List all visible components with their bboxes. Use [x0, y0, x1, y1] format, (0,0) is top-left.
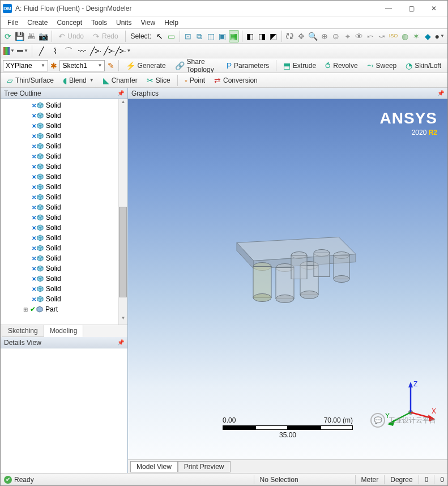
tree-item-solid[interactable]: ✕Solid — [1, 151, 127, 161]
highlight-icon[interactable]: ◩ — [268, 30, 278, 42]
tree-scrollbar[interactable]: ▲ ▼ — [118, 99, 127, 325]
menu-help[interactable]: Help — [160, 18, 183, 28]
tree-item-solid[interactable]: ✕Solid — [1, 223, 127, 233]
tree-item-solid[interactable]: ✕Solid — [1, 253, 127, 263]
point-button[interactable]: ◦Point — [181, 74, 209, 87]
maximize-button[interactable]: ▢ — [400, 1, 423, 16]
tree-item-solid[interactable]: ✕Solid — [1, 161, 127, 172]
wire-icon[interactable]: ✶ — [411, 30, 421, 42]
shade-icon[interactable]: ◍ — [400, 30, 410, 42]
menu-units[interactable]: Units — [112, 18, 136, 28]
filter-edge-icon[interactable]: ⧉ — [194, 30, 204, 42]
tree-item-solid[interactable]: ✕Solid — [1, 212, 127, 223]
extend-icon[interactable]: ◨ — [257, 30, 267, 42]
close-button[interactable]: ✕ — [423, 1, 445, 16]
next-view-icon[interactable]: ⤻ — [377, 30, 387, 42]
undo-button[interactable]: ↶Undo — [54, 30, 88, 42]
generate-button[interactable]: ⚡Generate — [122, 59, 170, 72]
refresh-icon[interactable]: ⟳ — [3, 30, 13, 42]
iso-icon[interactable]: ISO — [388, 30, 398, 42]
save-icon[interactable]: 💾 — [14, 30, 25, 42]
tree-item-solid[interactable]: ✕Solid — [1, 100, 127, 110]
new-plane-icon[interactable]: ✱ — [49, 59, 58, 72]
zoom-sel-icon[interactable]: ⌖ — [342, 30, 352, 42]
dim3-tool-icon[interactable]: ╱>·▼ — [117, 45, 129, 57]
arc-tool-icon[interactable]: ⌒ — [62, 45, 75, 57]
zoom-box-icon[interactable]: 🔍 — [308, 30, 318, 42]
tab-model-view[interactable]: Model View — [130, 461, 178, 472]
pin-icon[interactable]: 📌 — [117, 339, 124, 346]
tree-item-solid[interactable]: ✕Solid — [1, 192, 127, 202]
plane-combo[interactable]: XYPlane▼ — [3, 60, 48, 71]
menu-create[interactable]: Create — [23, 18, 52, 28]
export-icon[interactable]: 🖶 — [26, 30, 36, 42]
tab-sketching[interactable]: Sketching — [2, 325, 44, 337]
thin-surface-button[interactable]: ▱Thin/Surface — [3, 74, 58, 87]
new-sketch-icon[interactable]: ✎ — [106, 59, 115, 72]
line-color-icon[interactable]: ▼ — [16, 45, 29, 57]
tree-item-solid[interactable]: ✕Solid — [1, 172, 127, 182]
color-tool-icon[interactable]: ▼ — [3, 45, 15, 57]
tree-item-solid[interactable]: ✕Solid — [1, 274, 127, 284]
graphics-viewport[interactable]: ANSYS 2020 R2 — [128, 99, 447, 459]
spline-tool-icon[interactable]: 〰 — [76, 45, 88, 57]
filter-face-icon[interactable]: ◫ — [206, 30, 216, 42]
tab-print-preview[interactable]: Print Preview — [178, 461, 231, 472]
menu-concept[interactable]: Concept — [52, 18, 87, 28]
pin-icon[interactable]: 📌 — [117, 90, 124, 96]
tree-item-solid[interactable]: ✕Solid — [1, 131, 127, 141]
chamfer-button[interactable]: ◣Chamfer — [99, 74, 142, 87]
line-tool-icon[interactable]: ╱ — [35, 45, 48, 57]
parameters-button[interactable]: PParameters — [223, 59, 273, 72]
camera-icon[interactable]: 📷 — [38, 30, 49, 42]
tree-item-solid[interactable]: ✕Solid — [1, 233, 127, 243]
tree-item-solid[interactable]: ✕Solid — [1, 294, 127, 304]
pin-icon[interactable]: 📌 — [437, 90, 444, 96]
tree-item-solid[interactable]: ✕Solid — [1, 110, 127, 121]
slice-button[interactable]: ✂Slice — [143, 74, 174, 87]
scrollbar-thumb[interactable] — [119, 207, 127, 297]
ruler-icon[interactable]: ◆ — [423, 30, 433, 42]
tree-item-solid[interactable]: ✕Solid — [1, 182, 127, 192]
revolve-button[interactable]: ⥀Revolve — [321, 59, 361, 72]
prev-view-icon[interactable]: ⤺ — [365, 30, 376, 42]
dim2-tool-icon[interactable]: ╱>· — [103, 45, 116, 57]
polyline-tool-icon[interactable]: ⌇ — [49, 45, 61, 57]
zoom-fit-icon[interactable]: ⊜ — [331, 30, 341, 42]
share-topology-button[interactable]: 🔗Share Topology — [171, 59, 221, 72]
tree-item-solid[interactable]: ✕Solid — [1, 121, 127, 131]
extrude-button[interactable]: ⬒Extrude — [279, 59, 320, 72]
rotate-icon[interactable]: 🗘 — [284, 30, 295, 42]
tree-item-solid[interactable]: ✕Solid — [1, 202, 127, 212]
tab-modeling[interactable]: Modeling — [44, 325, 84, 337]
blend-button[interactable]: ◖Blend▼ — [59, 74, 98, 87]
redo-button[interactable]: ↷Redo — [89, 30, 122, 42]
tree-item-solid[interactable]: ✕Solid — [1, 284, 127, 294]
dim1-tool-icon[interactable]: ╱>· — [89, 45, 102, 57]
select-box-icon[interactable]: ▭ — [166, 30, 176, 42]
menu-tools[interactable]: Tools — [87, 18, 112, 28]
tree-item-part[interactable]: ⊞ ✔ Part — [1, 304, 127, 314]
filter-point-icon[interactable]: ⊡ — [183, 30, 193, 42]
sweep-button[interactable]: ⤳Sweep — [363, 59, 401, 72]
menu-view[interactable]: View — [136, 18, 160, 28]
separator — [177, 75, 178, 86]
filter-body-icon[interactable]: ▣ — [217, 30, 227, 42]
minimize-button[interactable]: — — [377, 1, 400, 16]
menu-file[interactable]: File — [3, 18, 23, 28]
select-pointer-icon[interactable]: ↖ — [155, 30, 165, 42]
sketch-combo[interactable]: Sketch1▼ — [59, 60, 105, 71]
drag-icon[interactable]: ◧ — [245, 30, 255, 42]
pan-icon[interactable]: ✥ — [296, 30, 306, 42]
solid-icon — [37, 245, 44, 251]
show-icon[interactable]: ●▼ — [434, 30, 445, 42]
tree-outline[interactable]: ✕Solid✕Solid✕Solid✕Solid✕Solid✕Solid✕Sol… — [1, 99, 127, 325]
tree-item-solid[interactable]: ✕Solid — [1, 141, 127, 151]
zoom-icon[interactable]: ⊕ — [319, 30, 330, 42]
tree-item-solid[interactable]: ✕Solid — [1, 243, 127, 253]
lookat-icon[interactable]: 👁 — [354, 30, 364, 42]
filter-active-icon[interactable]: ▦ — [229, 30, 239, 42]
skin-loft-button[interactable]: ◔Skin/Loft — [402, 59, 445, 72]
conversion-button[interactable]: ⇄Conversion — [210, 74, 262, 87]
tree-item-solid[interactable]: ✕Solid — [1, 263, 127, 274]
